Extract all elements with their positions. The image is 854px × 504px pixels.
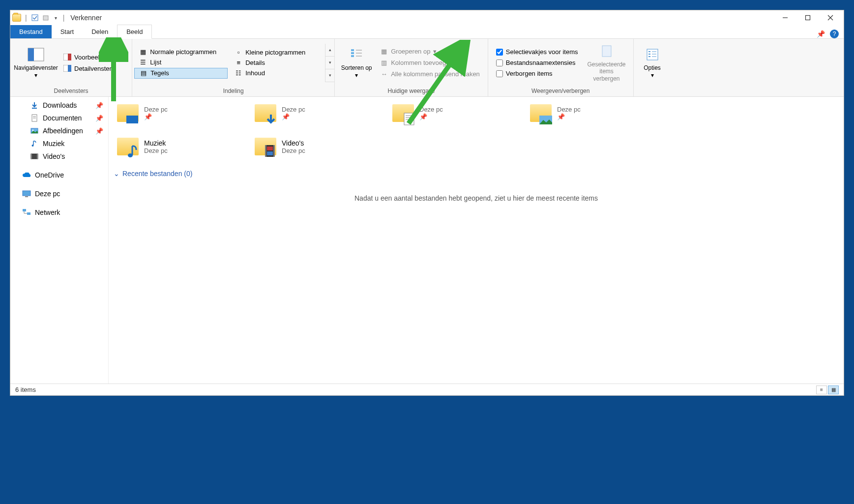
qat-dropdown-icon[interactable]: ▾ <box>55 15 57 21</box>
sidebar-item-this-pc[interactable]: Deze pc <box>10 187 108 200</box>
qat-properties-icon[interactable] <box>31 14 39 22</box>
maximize-button[interactable] <box>796 10 819 25</box>
view-large-icons-button[interactable]: ▦ <box>828 385 839 394</box>
close-button[interactable] <box>819 10 842 25</box>
hidden-items-toggle[interactable]: Verborgen items <box>492 68 582 79</box>
sort-by-button[interactable]: Sorteren op ▾ <box>339 45 374 81</box>
ribbon-group-show-hide: Selectievakjes voor items Bestandsnaamex… <box>488 39 634 96</box>
content-icon: ☷ <box>235 69 242 77</box>
tile-downloads[interactable]: Deze pc📌 <box>251 99 379 127</box>
details-icon: ≡ <box>235 59 242 67</box>
tab-home[interactable]: Start <box>52 25 83 38</box>
layout-gallery-expand[interactable]: ▾ <box>325 69 334 82</box>
add-columns-button[interactable]: ▥Kolommen toevoegen ▾ <box>376 58 484 68</box>
tile-desktop[interactable]: Deze pc📌 <box>114 99 241 127</box>
svg-rect-33 <box>27 212 30 215</box>
ribbon-group-panes: Navigatievenster▾ Voorbeeldvenster Detai… <box>10 39 132 96</box>
pin-icon: 📌 <box>95 127 103 135</box>
status-item-count: 6 items <box>15 386 36 393</box>
icons-medium-icon: ▦ <box>139 48 147 56</box>
content-area: Downloads📌 Documenten📌 Afbeeldingen📌 Muz… <box>10 97 844 384</box>
tiles-icon: ▤ <box>140 69 147 77</box>
svg-rect-0 <box>32 15 38 21</box>
sidebar-item-music[interactable]: Muziek <box>10 137 108 150</box>
layout-scroll-down[interactable]: ▾ <box>325 57 334 69</box>
video-icon <box>30 152 39 161</box>
pin-icon: 📌 <box>95 102 103 109</box>
sidebar-item-network[interactable]: Netwerk <box>10 206 108 219</box>
tab-share[interactable]: Delen <box>83 25 117 38</box>
svg-rect-31 <box>25 196 28 197</box>
options-button[interactable]: Opties▾ <box>638 45 667 81</box>
titlebar: | ▾ | Verkenner <box>10 10 844 25</box>
music-icon <box>30 139 39 148</box>
sidebar-item-documents[interactable]: Documenten📌 <box>10 112 108 124</box>
svg-rect-43 <box>273 145 275 157</box>
svg-rect-28 <box>31 154 32 159</box>
minimize-button[interactable] <box>774 10 796 25</box>
svg-rect-14 <box>351 55 354 57</box>
file-view[interactable]: Deze pc📌 Deze pc📌 Deze pc📌 Deze pc📌 <box>109 97 844 384</box>
svg-point-26 <box>32 145 34 147</box>
sidebar-item-pictures[interactable]: Afbeeldingen📌 <box>10 124 108 137</box>
pin-icon: 📌 <box>95 115 103 122</box>
sidebar-item-videos[interactable]: Video's <box>10 150 108 163</box>
ribbon: Navigatievenster▾ Voorbeeldvenster Detai… <box>10 39 844 97</box>
tab-file[interactable]: Bestand <box>10 25 52 38</box>
recent-empty-message: Nadat u een aantal bestanden hebt geopen… <box>114 194 839 202</box>
layout-content[interactable]: ☷Inhoud <box>230 68 323 78</box>
fit-icon: ↔ <box>380 70 388 78</box>
svg-rect-27 <box>31 154 38 159</box>
ribbon-group-layout: ▦Normale pictogrammen ☰Lijst ▤Tegels ▫Kl… <box>132 39 335 96</box>
recent-files-header[interactable]: ⌄ Recente bestanden (0) <box>114 170 839 178</box>
group-by-button[interactable]: ▦Groeperen op ▾ <box>376 46 484 57</box>
tile-pictures[interactable]: Deze pc📌 <box>527 99 654 127</box>
separator: | <box>25 14 27 22</box>
file-extensions-toggle[interactable]: Bestandsnaamextensies <box>492 58 582 68</box>
fit-columns-button[interactable]: ↔Alle kolommen passend maken <box>376 69 484 80</box>
svg-rect-1 <box>43 16 48 20</box>
preview-pane-button[interactable]: Voorbeeldvenster <box>59 52 128 62</box>
svg-rect-12 <box>351 49 354 51</box>
layout-details[interactable]: ≡Details <box>230 58 323 68</box>
details-pane-button[interactable]: Detailvenster <box>59 63 128 74</box>
tile-music[interactable]: MuziekDeze pc <box>114 132 241 161</box>
help-icon[interactable]: ? <box>830 30 839 38</box>
layout-small-icons[interactable]: ▫Kleine pictogrammen <box>230 48 323 58</box>
separator: | <box>63 14 65 22</box>
statusbar: 6 items ≡ ▦ <box>10 384 844 395</box>
network-icon <box>22 208 31 217</box>
qat-new-folder-icon[interactable] <box>42 14 50 22</box>
tab-view[interactable]: Beeld <box>117 25 152 39</box>
tile-documents[interactable]: Deze pc📌 <box>389 99 517 127</box>
svg-rect-32 <box>23 209 26 211</box>
pin-icon: 📌 <box>557 113 581 120</box>
svg-rect-13 <box>351 52 354 54</box>
view-details-button[interactable]: ≡ <box>816 385 827 394</box>
svg-rect-34 <box>126 116 138 123</box>
download-icon <box>30 101 39 110</box>
cloud-icon <box>22 171 31 179</box>
svg-rect-3 <box>806 16 810 20</box>
explorer-window: | ▾ | Verkenner Bestand Start Delen Beel… <box>10 10 844 396</box>
hide-selected-button[interactable]: Geselecteerde items verbergen <box>584 41 629 84</box>
svg-rect-42 <box>265 145 266 157</box>
details-pane-icon <box>63 64 71 72</box>
ribbon-tabs: Bestand Start Delen Beeld 📌 ? <box>10 25 844 39</box>
svg-rect-35 <box>404 113 414 125</box>
pictures-icon <box>30 126 39 135</box>
layout-list[interactable]: ☰Lijst <box>134 58 228 67</box>
layout-normal-icons[interactable]: ▦Normale pictogrammen <box>134 47 228 57</box>
pin-ribbon-icon[interactable]: 📌 <box>817 30 825 38</box>
svg-rect-44 <box>267 147 273 150</box>
navigation-tree: Downloads📌 Documenten📌 Afbeeldingen📌 Muz… <box>10 97 109 384</box>
sidebar-item-downloads[interactable]: Downloads📌 <box>10 99 108 112</box>
tile-videos[interactable]: Video'sDeze pc <box>251 132 379 161</box>
app-icon <box>12 14 21 22</box>
layout-tiles[interactable]: ▤Tegels <box>134 68 228 79</box>
layout-scroll-up[interactable]: ▴ <box>325 44 334 57</box>
svg-rect-18 <box>602 46 611 57</box>
navigation-pane-button[interactable]: Navigatievenster▾ <box>14 45 58 81</box>
item-checkboxes-toggle[interactable]: Selectievakjes voor items <box>492 47 582 57</box>
sidebar-item-onedrive[interactable]: OneDrive <box>10 169 108 181</box>
